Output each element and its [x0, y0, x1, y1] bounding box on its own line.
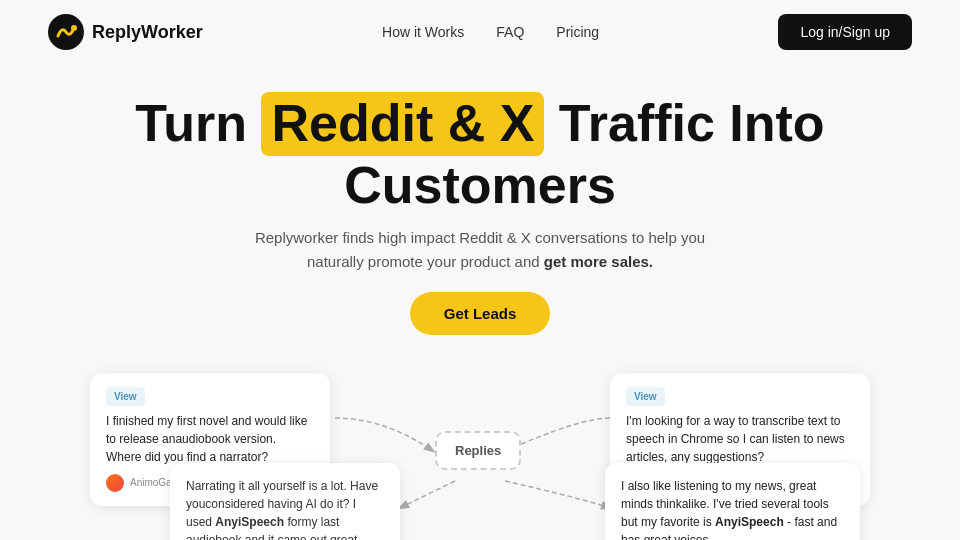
post-card-3: I also like listening to my news, great …	[605, 463, 860, 540]
nav-links: How it Works FAQ Pricing	[382, 24, 599, 40]
reply-text: Narrating it all yourself is a lot. Have…	[186, 477, 384, 540]
post1-text: I finished my first novel and would like…	[106, 412, 314, 466]
post1-avatar	[106, 474, 124, 492]
logo[interactable]: ReplyWorker	[48, 14, 203, 50]
hero-cta-button[interactable]: Get Leads	[410, 292, 551, 335]
reply-card: Narrating it all yourself is a lot. Have…	[170, 463, 400, 540]
replies-node[interactable]: Replies	[435, 431, 521, 470]
nav-cta-button[interactable]: Log in/Sign up	[778, 14, 912, 50]
nav-pricing[interactable]: Pricing	[556, 24, 599, 40]
navbar: ReplyWorker How it Works FAQ Pricing Log…	[0, 0, 960, 64]
post3-text: I also like listening to my news, great …	[621, 477, 844, 540]
view-badge-2: View	[626, 387, 665, 406]
hero-title-highlight: Reddit & X	[261, 92, 544, 156]
logo-text: ReplyWorker	[92, 22, 203, 43]
hero-title-pre: Turn	[135, 94, 247, 152]
svg-point-1	[71, 25, 77, 31]
hero-title: Turn Reddit & X Traffic Into Customers	[48, 92, 912, 216]
view-badge-1: View	[106, 387, 145, 406]
logo-icon	[48, 14, 84, 50]
hero-subtitle: Replyworker finds high impact Reddit & X…	[240, 226, 720, 274]
replies-label: Replies	[455, 443, 501, 458]
post2-text: I'm looking for a way to transcribe text…	[626, 412, 854, 466]
nav-faq[interactable]: FAQ	[496, 24, 524, 40]
hero-title-line2: Customers	[344, 156, 616, 214]
hero-title-post: Traffic Into	[559, 94, 825, 152]
nav-how-it-works[interactable]: How it Works	[382, 24, 464, 40]
demo-cards-area: View I finished my first novel and would…	[90, 363, 870, 540]
hero-section: Turn Reddit & X Traffic Into Customers R…	[0, 64, 960, 345]
